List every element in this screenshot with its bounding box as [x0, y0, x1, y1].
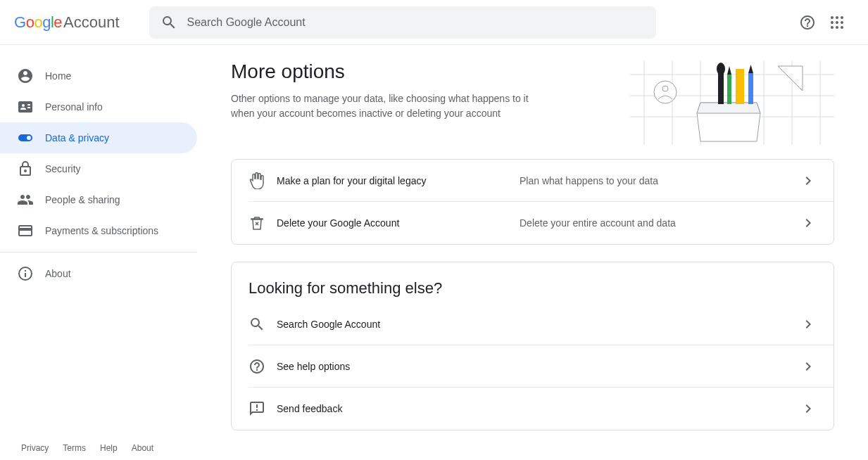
card-icon	[17, 222, 34, 239]
row-description: Plan what happens to your data	[520, 175, 800, 186]
info-icon	[17, 265, 34, 282]
footer-links: Privacy Terms Help About	[0, 433, 197, 460]
search-icon	[249, 316, 265, 333]
page-title: More options	[231, 60, 548, 83]
row-search-account[interactable]: Search Google Account	[232, 303, 834, 345]
feedback-icon	[249, 400, 265, 417]
svg-point-7	[836, 26, 838, 29]
header-actions	[799, 14, 857, 31]
search-input[interactable]	[187, 16, 645, 29]
svg-rect-26	[748, 73, 753, 104]
badge-icon	[17, 98, 34, 115]
row-title: Make a plan for your digital legacy	[277, 175, 520, 186]
row-digital-legacy[interactable]: Make a plan for your digital legacy Plan…	[232, 160, 834, 202]
page-subtitle: Other options to manage your data, like …	[231, 91, 548, 121]
help-circle-icon	[249, 358, 265, 375]
looking-for-card: Looking for something else? Search Googl…	[231, 262, 834, 430]
sidebar-label: Personal info	[45, 101, 103, 113]
app-body: Home Personal info Data & privacy Securi…	[0, 45, 868, 460]
sidebar-label: Payments & subscriptions	[45, 225, 158, 236]
google-wordmark: Google	[14, 13, 62, 32]
search-box[interactable]	[149, 6, 656, 39]
sidebar-item-personal-info[interactable]: Personal info	[0, 91, 197, 122]
logo-suffix: Account	[63, 13, 120, 32]
svg-point-4	[836, 21, 838, 24]
svg-rect-23	[727, 75, 731, 104]
row-title: Delete your Google Account	[277, 217, 520, 229]
chevron-right-icon	[800, 358, 817, 375]
row-description: Delete your entire account and data	[520, 217, 800, 229]
svg-rect-21	[718, 70, 724, 104]
footer-terms[interactable]: Terms	[63, 443, 86, 453]
sidebar-label: Home	[45, 70, 71, 82]
hand-icon	[249, 172, 265, 189]
svg-point-0	[831, 16, 834, 19]
hero-section: More options Other options to manage you…	[231, 60, 834, 145]
trash-icon	[249, 215, 265, 231]
sidebar-divider	[0, 252, 197, 253]
svg-point-22	[717, 63, 725, 75]
sidebar-item-home[interactable]: Home	[0, 60, 197, 91]
svg-rect-25	[736, 69, 744, 104]
row-send-feedback[interactable]: Send feedback	[232, 388, 834, 430]
footer-help[interactable]: Help	[100, 443, 118, 453]
sidebar-item-about[interactable]: About	[0, 258, 197, 289]
svg-point-6	[831, 26, 834, 29]
chevron-right-icon	[800, 172, 817, 189]
sidebar-label: About	[45, 268, 71, 279]
svg-marker-24	[727, 66, 731, 75]
sidebar-label: Data & privacy	[45, 132, 109, 143]
svg-marker-20	[778, 66, 803, 91]
chevron-right-icon	[800, 316, 817, 333]
row-help-options[interactable]: See help options	[232, 345, 834, 388]
people-icon	[17, 191, 34, 208]
svg-point-5	[841, 21, 843, 24]
search-icon	[161, 14, 177, 31]
sidebar-item-security[interactable]: Security	[0, 153, 197, 184]
card-heading: Looking for something else?	[232, 262, 834, 303]
row-title: See help options	[277, 361, 800, 372]
svg-marker-27	[748, 65, 753, 73]
sidebar-item-payments[interactable]: Payments & subscriptions	[0, 215, 197, 246]
main-content: More options Other options to manage you…	[197, 45, 868, 460]
chevron-right-icon	[800, 400, 817, 417]
svg-point-18	[654, 81, 677, 103]
svg-point-1	[836, 16, 838, 19]
sidebar-item-people-sharing[interactable]: People & sharing	[0, 184, 197, 215]
help-icon[interactable]	[799, 14, 816, 31]
chevron-right-icon	[800, 215, 817, 231]
toolbox-illustration	[630, 60, 834, 145]
row-title: Send feedback	[277, 403, 800, 414]
sidebar-label: People & sharing	[45, 194, 120, 205]
footer-about[interactable]: About	[132, 443, 153, 453]
lock-icon	[17, 160, 34, 177]
row-delete-account[interactable]: Delete your Google Account Delete your e…	[232, 202, 834, 244]
apps-grid-icon[interactable]	[829, 14, 845, 31]
account-circle-icon	[17, 68, 34, 84]
svg-point-2	[841, 16, 843, 19]
footer-privacy[interactable]: Privacy	[21, 443, 49, 453]
svg-point-3	[831, 21, 834, 24]
toggle-icon	[17, 129, 34, 146]
google-account-logo[interactable]: Google Account	[14, 13, 120, 32]
row-title: Search Google Account	[277, 319, 800, 330]
sidebar-item-data-privacy[interactable]: Data & privacy	[0, 122, 197, 153]
svg-point-8	[841, 26, 843, 29]
app-header: Google Account	[0, 0, 868, 45]
more-options-card: Make a plan for your digital legacy Plan…	[231, 159, 834, 245]
sidebar: Home Personal info Data & privacy Securi…	[0, 45, 197, 460]
sidebar-label: Security	[45, 163, 81, 174]
